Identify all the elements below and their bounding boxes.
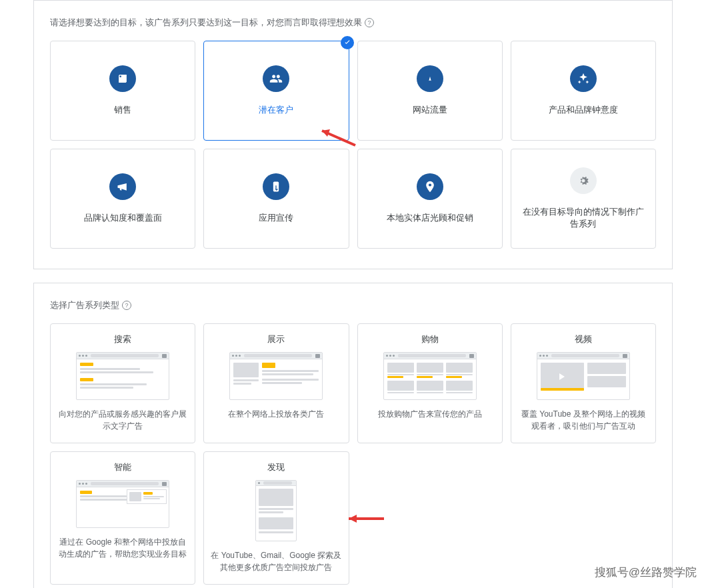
type-title: 智能 (114, 461, 131, 473)
type-shopping[interactable]: 购物 投放购物广告来宣传您的产品 (357, 323, 503, 443)
goal-traffic[interactable]: 网站流量 (357, 41, 503, 141)
goal-leads[interactable]: 潜在客户 (203, 41, 349, 141)
watermark: 搜狐号@丝路赞学院 (595, 565, 697, 580)
preview-smart (76, 480, 169, 528)
type-desc: 在整个网络上投放各类广告 (228, 408, 324, 420)
arrow-annotation (310, 127, 357, 147)
type-title: 展示 (267, 333, 285, 345)
preview-discovery (255, 480, 297, 541)
people-icon (263, 65, 289, 92)
goal-label: 在没有目标导向的情况下制作广告系列 (511, 206, 655, 230)
svg-marker-5 (349, 515, 357, 523)
types-title: 选择广告系列类型 ? (50, 299, 656, 311)
click-icon (417, 65, 443, 92)
gear-icon (570, 167, 597, 194)
goal-local[interactable]: 本地实体店光顾和促销 (357, 149, 503, 249)
help-icon[interactable]: ? (122, 301, 131, 310)
type-title: 搜索 (114, 333, 131, 345)
preview-shopping (383, 352, 477, 400)
type-desc: 投放购物广告来宣传您的产品 (378, 408, 482, 420)
megaphone-icon (109, 173, 136, 200)
arrow-annotation (339, 509, 385, 529)
type-desc: 在 YouTube、Gmail、Google 探索及其他更多优质广告空间投放广告 (211, 549, 341, 573)
tag-icon (109, 65, 136, 92)
goal-label: 网站流量 (405, 104, 455, 116)
preview-search (76, 352, 169, 400)
type-smart[interactable]: 智能 (50, 451, 195, 585)
preview-video (537, 352, 630, 400)
type-desc: 向对您的产品或服务感兴趣的客户展示文字广告 (57, 408, 188, 432)
preview-display (229, 352, 323, 400)
type-desc: 通过在 Google 和整个网络中投放自动生成的广告，帮助您实现业务目标 (57, 536, 188, 560)
help-icon[interactable]: ? (365, 18, 374, 27)
type-display[interactable]: 展示 在整 (203, 323, 349, 443)
goal-label: 潜在客户 (251, 104, 301, 116)
type-title: 发现 (267, 461, 285, 473)
goal-label: 产品和品牌钟意度 (541, 104, 626, 116)
goal-label: 本地实体店光顾和促销 (379, 212, 481, 224)
goal-label: 应用宣传 (251, 212, 301, 224)
goal-grid: 销售 潜在客户 网站流量 产品和品牌钟意度 (50, 41, 656, 249)
svg-point-4 (429, 183, 431, 186)
check-icon (341, 36, 354, 49)
type-title: 视频 (575, 333, 592, 345)
goal-label: 销售 (106, 104, 139, 116)
svg-marker-1 (322, 129, 330, 137)
type-discovery[interactable]: 发现 在 YouTube、Gmail、Google 探索及其他更多优质广告空间投… (203, 451, 349, 585)
sparkle-icon (570, 65, 597, 92)
goal-app[interactable]: 应用宣传 (203, 149, 349, 249)
goal-brand-consideration[interactable]: 产品和品牌钟意度 (511, 41, 656, 141)
goal-no-goal[interactable]: 在没有目标导向的情况下制作广告系列 (511, 149, 656, 249)
goal-sales[interactable]: 销售 (50, 41, 195, 141)
type-search[interactable]: 搜索 向对您的产品或服务感兴趣的客户展示文字广告 (50, 323, 195, 443)
svg-point-0 (119, 75, 121, 77)
goal-brand-reach[interactable]: 品牌认知度和覆盖面 (50, 149, 195, 249)
type-desc: 覆盖 YouTube 及整个网络上的视频观看者，吸引他们与广告互动 (518, 408, 649, 432)
types-panel: 选择广告系列类型 ? 搜索 向对您的产品或服务感兴趣的客户展示文字广告 展示 (33, 283, 673, 588)
app-icon (263, 173, 289, 200)
type-video[interactable]: 视频 覆盖 YouTube 及整个网络上的视频观看者，吸引他们与广告互动 (511, 323, 656, 443)
goals-panel: 请选择想要达到的目标，该广告系列只要达到这一目标，对您而言即取得理想效果 ? 销… (33, 0, 673, 269)
type-grid: 搜索 向对您的产品或服务感兴趣的客户展示文字广告 展示 (50, 323, 656, 585)
goals-title: 请选择想要达到的目标，该广告系列只要达到这一目标，对您而言即取得理想效果 ? (50, 17, 656, 29)
type-title: 购物 (421, 333, 439, 345)
goal-label: 品牌认知度和覆盖面 (76, 212, 170, 224)
pin-icon (417, 173, 443, 200)
